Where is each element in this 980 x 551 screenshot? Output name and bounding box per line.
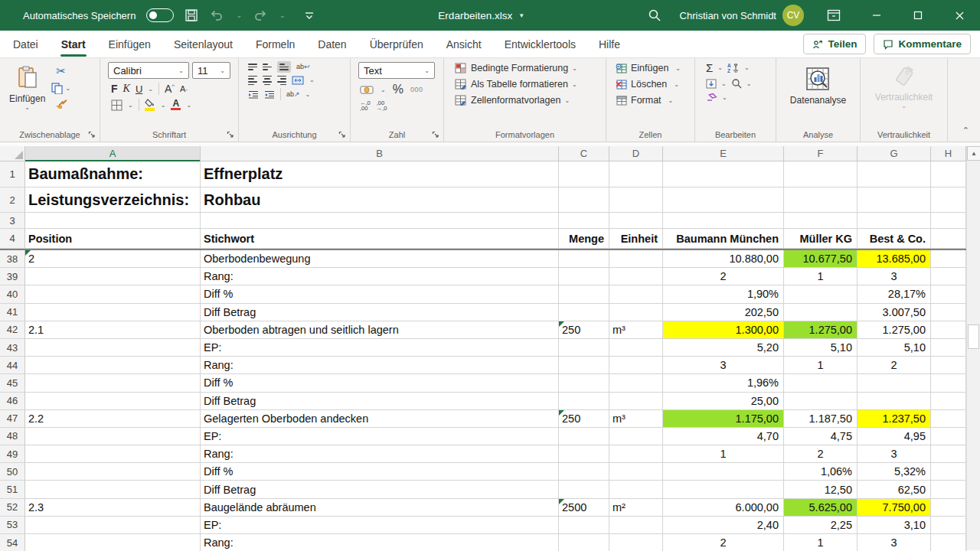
cell-E2[interactable]: [663, 187, 784, 213]
cell-E43[interactable]: 5,20: [663, 339, 784, 357]
cell-G42[interactable]: 1.275,00: [858, 321, 931, 339]
cell-H44[interactable]: [931, 357, 966, 374]
tab-einfuegen[interactable]: Einfügen: [97, 31, 162, 58]
cell-H2[interactable]: [931, 187, 966, 213]
comments-button[interactable]: Kommentare: [874, 34, 971, 54]
cell-C42[interactable]: 250: [559, 321, 609, 339]
share-button[interactable]: Teilen: [803, 34, 866, 54]
cell-B44[interactable]: Rang:: [201, 357, 559, 374]
cell-C50[interactable]: [559, 463, 609, 481]
row-header-2[interactable]: 2: [0, 187, 25, 213]
cell-G3[interactable]: [858, 213, 931, 229]
cell-B41[interactable]: Diff Betrag: [201, 304, 559, 321]
cell-F2[interactable]: [784, 187, 858, 213]
fill-button[interactable]: [706, 79, 717, 89]
row-header-49[interactable]: 49: [0, 445, 25, 463]
cell-A3[interactable]: [25, 213, 201, 229]
maximize-button[interactable]: [897, 0, 939, 31]
cell-D40[interactable]: [609, 285, 663, 303]
autosum-button[interactable]: Σ: [706, 61, 713, 74]
cell-B3[interactable]: [201, 213, 559, 229]
cell-B1[interactable]: Effnerplatz: [201, 161, 559, 187]
cell-E46[interactable]: 25,00: [663, 393, 784, 410]
cell-E39[interactable]: 2: [663, 268, 784, 285]
cell-E49[interactable]: 1: [663, 445, 784, 463]
copy-button[interactable]: ⌄: [51, 83, 70, 94]
row-header-46[interactable]: 46: [0, 393, 25, 410]
font-name-select[interactable]: Calibri⌄: [108, 62, 189, 79]
row-header-47[interactable]: 47: [0, 410, 25, 428]
accounting-format-button[interactable]: [360, 85, 374, 95]
paste-button[interactable]: Einfügen ⌄: [9, 61, 45, 121]
close-button[interactable]: [939, 0, 980, 31]
cell-D53[interactable]: [609, 517, 663, 534]
cell-B39[interactable]: Rang:: [201, 268, 559, 285]
cell-F1[interactable]: [784, 161, 858, 187]
clear-button[interactable]: [706, 93, 717, 102]
scroll-up-icon[interactable]: ▲: [967, 146, 980, 161]
cell-G47[interactable]: 1.237,50: [858, 410, 931, 428]
select-all-corner[interactable]: [0, 146, 25, 161]
cell-D41[interactable]: [609, 304, 663, 321]
cell-F54[interactable]: 1: [784, 534, 858, 551]
cell-F51[interactable]: 12,50: [784, 481, 858, 498]
tab-seitenlayout[interactable]: Seitenlayout: [162, 31, 244, 58]
wrap-text-button[interactable]: ab↩: [296, 63, 310, 70]
cell-B2[interactable]: Rohbau: [201, 187, 559, 213]
cell-H47[interactable]: [931, 410, 966, 428]
cell-E40[interactable]: 1,90%: [663, 285, 784, 303]
format-as-table-button[interactable]: Als Tabelle formatieren⌄: [455, 79, 606, 90]
tab-ansicht[interactable]: Ansicht: [435, 31, 493, 58]
sort-filter-button[interactable]: AZ: [727, 63, 740, 73]
data-analysis-button[interactable]: Datenanalyse: [790, 61, 846, 121]
row-header-54[interactable]: 54: [0, 534, 25, 551]
cell-C1[interactable]: [559, 161, 609, 187]
cell-E3[interactable]: [663, 213, 784, 229]
cell-H39[interactable]: [931, 268, 966, 285]
cell-C53[interactable]: [559, 517, 609, 534]
cell-H52[interactable]: [931, 499, 966, 517]
save-icon[interactable]: [185, 8, 198, 22]
cell-D3[interactable]: [609, 213, 663, 229]
cell-G39[interactable]: 3: [858, 268, 931, 285]
cell-C38[interactable]: [559, 250, 609, 268]
orientation-dropdown-icon[interactable]: ⌄: [305, 91, 311, 98]
fill-color-dropdown-icon[interactable]: ⌄: [161, 102, 166, 109]
alignment-dialog-launcher[interactable]: [338, 131, 346, 139]
number-dialog-launcher[interactable]: [432, 131, 439, 139]
fill-color-button[interactable]: [145, 99, 155, 111]
cell-H1[interactable]: [931, 161, 966, 187]
cell-E42[interactable]: 1.300,00: [663, 321, 784, 339]
user-name[interactable]: Christian von Schmidt: [680, 10, 776, 21]
row-header-3[interactable]: 3: [0, 213, 25, 229]
cell-D52[interactable]: m²: [609, 499, 663, 517]
cell-E53[interactable]: 2,40: [663, 517, 784, 534]
number-format-select[interactable]: Text⌄: [358, 62, 435, 79]
cell-D38[interactable]: [609, 250, 663, 268]
cell-styles-button[interactable]: Zellenformatvorlagen⌄: [455, 95, 606, 106]
undo-icon[interactable]: [209, 9, 224, 21]
quick-access-toolbar-icon[interactable]: [304, 11, 315, 20]
cell-E47[interactable]: 1.175,00: [663, 410, 784, 428]
cell-D1[interactable]: [609, 161, 663, 187]
tab-start[interactable]: Start: [50, 31, 97, 58]
cell-F46[interactable]: [784, 393, 858, 410]
row-header-41[interactable]: 41: [0, 304, 25, 321]
cell-A4[interactable]: Position: [25, 229, 201, 249]
row-header-48[interactable]: 48: [0, 428, 25, 445]
decrease-decimal-button[interactable]: ,00→,0: [377, 100, 387, 111]
cell-E4[interactable]: Baumann München: [663, 229, 784, 249]
cell-G50[interactable]: 5,32%: [858, 463, 931, 481]
cell-C2[interactable]: [559, 187, 609, 213]
cell-C52[interactable]: 2500: [559, 499, 609, 517]
cell-B54[interactable]: Rang:: [201, 534, 559, 551]
cell-E54[interactable]: 2: [663, 534, 784, 551]
align-right-button[interactable]: [277, 76, 286, 85]
cell-F3[interactable]: [784, 213, 858, 229]
cell-A40[interactable]: [25, 285, 201, 303]
cell-D44[interactable]: [609, 357, 663, 374]
cell-H45[interactable]: [931, 374, 966, 392]
italic-button[interactable]: K: [123, 83, 130, 95]
cell-C45[interactable]: [559, 374, 609, 392]
collapse-ribbon-icon[interactable]: ⌃: [962, 126, 969, 135]
